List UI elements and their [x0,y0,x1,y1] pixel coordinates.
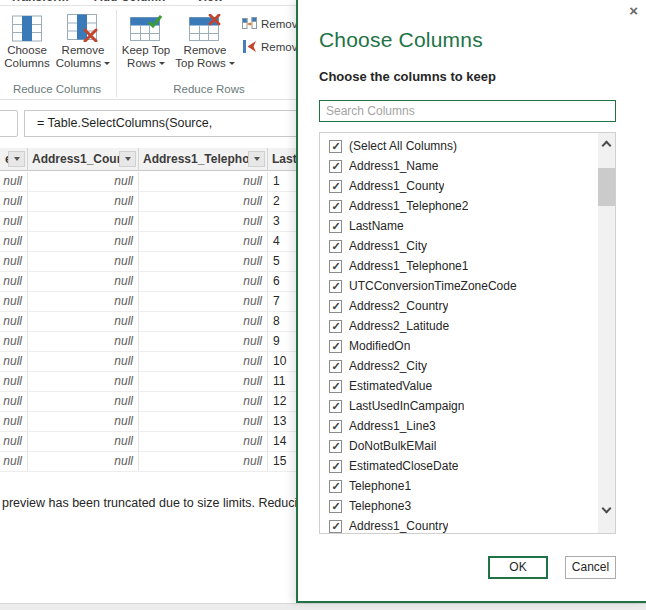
cell-null-value[interactable]: null [28,332,139,351]
checkbox[interactable]: ✓ [329,460,342,473]
cell-null-value[interactable]: null [0,232,28,251]
cell-null-value[interactable]: null [139,232,268,251]
remove-columns-button[interactable]: Remove Columns [54,12,112,70]
column-list-item[interactable]: ✓Address1_Telephone2 [320,196,598,216]
cell-null-value[interactable]: null [0,212,28,231]
column-header-address1-telephone2[interactable]: Address1_Telephone2 [139,148,268,170]
column-list-item[interactable]: ✓Telephone3 [320,496,598,516]
cell-null-value[interactable]: null [28,192,139,211]
cell-null-value[interactable]: null [0,272,28,291]
checkbox[interactable]: ✓ [329,520,342,533]
column-list-item[interactable]: ✓Address1_Telephone1 [320,256,598,276]
cell-null-value[interactable]: null [28,452,139,471]
cell-null-value[interactable]: null [28,232,139,251]
checkbox[interactable]: ✓ [329,220,342,233]
column-list-item[interactable]: ✓Address2_City [320,356,598,376]
column-list-item[interactable]: ✓Address1_County [320,176,598,196]
cell-null-value[interactable]: null [0,292,28,311]
cell-null-value[interactable]: null [28,292,139,311]
cell-null-value[interactable]: null [28,272,139,291]
cell-null-value[interactable]: null [139,452,268,471]
column-list-item[interactable]: ✓Telephone1 [320,476,598,496]
checkbox[interactable]: ✓ [329,400,342,413]
column-list-item[interactable]: ✓Address1_City [320,236,598,256]
search-columns-input[interactable] [319,100,616,122]
ok-button[interactable]: OK [488,556,548,579]
scrollbar[interactable] [598,133,615,533]
checkbox[interactable]: ✓ [329,360,342,373]
column-list-item[interactable]: ✓DoNotBulkEMail [320,436,598,456]
checkbox[interactable]: ✓ [329,160,342,173]
checkbox[interactable]: ✓ [329,380,342,393]
filter-button[interactable] [248,151,265,167]
cell-null-value[interactable]: null [139,412,268,431]
column-list-item[interactable]: ✓Address1_Name [320,156,598,176]
checkbox[interactable]: ✓ [329,140,342,153]
cell-null-value[interactable]: null [28,352,139,371]
column-list-item[interactable]: ✓(Select All Columns) [320,136,598,156]
column-list-item[interactable]: ✓EstimatedCloseDate [320,456,598,476]
tab-view[interactable]: View [196,0,223,4]
cell-null-value[interactable]: null [28,372,139,391]
cell-null-value[interactable]: null [0,432,28,451]
column-list-item[interactable]: ✓ModifiedOn [320,336,598,356]
cell-null-value[interactable]: null [28,392,139,411]
cell-null-value[interactable]: null [0,412,28,431]
choose-columns-button[interactable]: Choose Columns [2,12,52,70]
cell-null-value[interactable]: null [28,312,139,331]
cancel-button[interactable]: Cancel [565,556,616,579]
cell-null-value[interactable]: null [139,432,268,451]
cell-null-value[interactable]: null [139,372,268,391]
tab-add-column[interactable]: Add Column [94,0,165,4]
checkbox[interactable]: ✓ [329,300,342,313]
checkbox[interactable]: ✓ [329,180,342,193]
cell-null-value[interactable]: null [0,392,28,411]
cell-null-value[interactable]: null [139,172,268,191]
scroll-down-button[interactable] [598,501,615,519]
checkbox[interactable]: ✓ [329,280,342,293]
cell-null-value[interactable]: null [0,452,28,471]
column-list-item[interactable]: ✓Address2_Latitude [320,316,598,336]
keep-top-rows-button[interactable]: Keep Top Rows [120,12,172,70]
tab-transform[interactable]: Transform [10,0,69,4]
checkbox[interactable]: ✓ [329,420,342,433]
cell-null-value[interactable]: null [28,432,139,451]
column-header-address1-county[interactable]: Address1_County [28,148,139,170]
remove-top-rows-button[interactable]: Remove Top Rows [174,12,236,70]
scrollbar-thumb[interactable] [598,168,615,206]
cell-null-value[interactable]: null [28,172,139,191]
column-list-item[interactable]: ✓Address1_Country [320,516,598,534]
cell-null-value[interactable]: null [139,252,268,271]
cell-null-value[interactable]: null [139,212,268,231]
filter-button[interactable] [8,151,25,167]
cell-null-value[interactable]: null [139,312,268,331]
checkbox[interactable]: ✓ [329,240,342,253]
cell-null-value[interactable]: null [0,372,28,391]
checkbox[interactable]: ✓ [329,340,342,353]
filter-button[interactable] [119,151,136,167]
checkbox[interactable]: ✓ [329,500,342,513]
cell-null-value[interactable]: null [139,392,268,411]
column-list-item[interactable]: ✓LastUsedInCampaign [320,396,598,416]
column-list-item[interactable]: ✓LastName [320,216,598,236]
checkbox[interactable]: ✓ [329,200,342,213]
cell-null-value[interactable]: null [0,312,28,331]
checkbox[interactable]: ✓ [329,320,342,333]
cell-null-value[interactable]: null [139,332,268,351]
column-list-item[interactable]: ✓EstimatedValue [320,376,598,396]
column-list-item[interactable]: ✓Address2_Country [320,296,598,316]
cell-null-value[interactable]: null [28,252,139,271]
cell-null-value[interactable]: null [139,192,268,211]
cell-null-value[interactable]: null [0,192,28,211]
checkbox[interactable]: ✓ [329,440,342,453]
close-icon[interactable]: × [629,2,638,20]
cell-null-value[interactable]: null [0,252,28,271]
cell-null-value[interactable]: null [139,272,268,291]
cell-null-value[interactable]: null [0,172,28,191]
checkbox[interactable]: ✓ [329,260,342,273]
cell-null-value[interactable]: null [0,352,28,371]
cell-null-value[interactable]: null [28,212,139,231]
cell-null-value[interactable]: null [28,412,139,431]
checkbox[interactable]: ✓ [329,480,342,493]
column-header-partial[interactable]: e [0,148,28,170]
